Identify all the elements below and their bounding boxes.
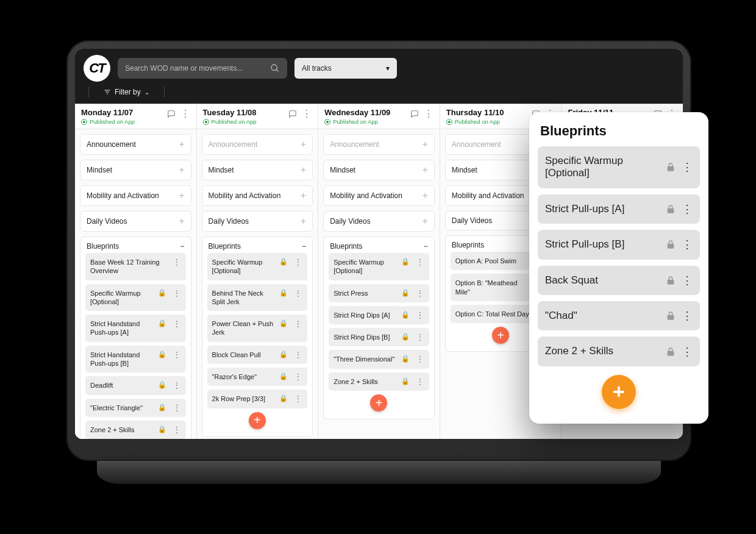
plus-icon[interactable]: + bbox=[301, 216, 306, 226]
blueprint-card[interactable]: Zone 2 + Skills🔒⋮ bbox=[85, 421, 186, 439]
section-mindset[interactable]: Mindset+ bbox=[80, 160, 191, 180]
blueprint-card[interactable]: Strict Ring Dips [A]🔒⋮ bbox=[329, 306, 429, 324]
section-mobility[interactable]: Mobility and Activation+ bbox=[323, 185, 435, 206]
panel-add-button[interactable]: + bbox=[602, 375, 636, 409]
blueprint-card[interactable]: Strict Press🔒⋮ bbox=[329, 284, 429, 302]
minus-icon[interactable]: − bbox=[424, 242, 428, 251]
comment-icon[interactable] bbox=[167, 110, 176, 118]
status-dot-icon bbox=[81, 119, 87, 125]
comment-icon[interactable] bbox=[288, 110, 297, 118]
blueprint-card[interactable]: Behind The Neck Split Jerk🔒⋮ bbox=[207, 284, 308, 312]
blueprint-card[interactable]: Strict Ring Dips [B]🔒⋮ bbox=[329, 328, 429, 346]
blueprint-card[interactable]: Strict Handstand Push-ups [A]🔒⋮ bbox=[85, 315, 186, 342]
more-icon[interactable]: ⋮ bbox=[413, 311, 424, 319]
more-icon[interactable]: ⋮ bbox=[291, 372, 302, 381]
section-daily-videos[interactable]: Daily Videos+ bbox=[80, 211, 191, 232]
blueprint-card[interactable]: Block Clean Pull🔒⋮ bbox=[207, 346, 308, 364]
lock-icon bbox=[666, 276, 676, 285]
blueprint-card[interactable]: Zone 2 + Skills🔒⋮ bbox=[329, 372, 429, 391]
more-icon[interactable]: ⋮ bbox=[170, 289, 181, 297]
filter-icon bbox=[104, 88, 111, 96]
more-icon[interactable]: ⋮ bbox=[682, 310, 693, 321]
more-icon[interactable]: ⋮ bbox=[291, 258, 302, 266]
section-mobility[interactable]: Mobility and Activation+ bbox=[202, 185, 313, 206]
more-icon[interactable]: ⋮ bbox=[291, 289, 302, 297]
blueprint-card[interactable]: "Razor's Edge"🔒⋮ bbox=[207, 368, 308, 386]
more-icon[interactable]: ⋮ bbox=[170, 404, 181, 412]
section-announcement[interactable]: Announcement+ bbox=[323, 134, 435, 155]
blueprint-card[interactable]: 2k Row Prep [3/3]🔒⋮ bbox=[207, 390, 308, 408]
plus-icon[interactable]: + bbox=[422, 191, 427, 201]
blueprint-card[interactable]: Specific Warmup [Optional]🔒⋮ bbox=[85, 284, 186, 312]
more-icon[interactable]: ⋮ bbox=[682, 204, 693, 215]
more-icon[interactable]: ⋮ bbox=[682, 239, 693, 250]
blueprint-card[interactable]: "Three Dimensional"🔒⋮ bbox=[329, 350, 429, 368]
section-mindset[interactable]: Mindset+ bbox=[323, 160, 435, 180]
plus-icon[interactable]: + bbox=[422, 140, 427, 149]
section-daily-videos[interactable]: Daily Videos+ bbox=[323, 211, 435, 232]
search-input[interactable] bbox=[125, 64, 270, 73]
tracks-dropdown[interactable]: All tracks ▾ bbox=[294, 58, 397, 79]
blueprint-card[interactable]: Deadlift🔒⋮ bbox=[85, 376, 186, 394]
blueprint-card[interactable]: Base Week 12 Training Overview⋮ bbox=[85, 253, 186, 280]
comment-icon[interactable] bbox=[410, 110, 419, 118]
more-icon[interactable]: ⋮ bbox=[413, 289, 424, 297]
minus-icon[interactable]: − bbox=[302, 242, 306, 251]
status-text: Published on App bbox=[212, 118, 257, 125]
more-icon[interactable]: ⋮ bbox=[180, 108, 190, 119]
plus-icon[interactable]: + bbox=[179, 165, 184, 175]
plus-icon[interactable]: + bbox=[301, 165, 306, 175]
panel-blueprint-card[interactable]: Back Squat⋮ bbox=[538, 266, 700, 295]
section-announcement[interactable]: Announcement+ bbox=[202, 134, 313, 155]
search-field[interactable] bbox=[118, 58, 287, 79]
divider bbox=[88, 87, 89, 98]
plus-icon[interactable]: + bbox=[179, 140, 184, 149]
section-announcement[interactable]: Announcement+ bbox=[80, 134, 191, 155]
more-icon[interactable]: ⋮ bbox=[170, 351, 181, 359]
more-icon[interactable]: ⋮ bbox=[170, 381, 181, 390]
more-icon[interactable]: ⋮ bbox=[682, 346, 693, 357]
more-icon[interactable]: ⋮ bbox=[170, 425, 181, 434]
filter-button[interactable]: Filter by ⌄ bbox=[98, 85, 155, 99]
more-icon[interactable]: ⋮ bbox=[413, 355, 424, 363]
more-icon[interactable]: ⋮ bbox=[413, 333, 424, 341]
more-icon[interactable]: ⋮ bbox=[291, 394, 302, 403]
panel-blueprint-card[interactable]: Specific Warmup [Optional]⋮ bbox=[538, 146, 700, 188]
more-icon[interactable]: ⋮ bbox=[302, 108, 312, 119]
panel-blueprint-card[interactable]: Zone 2 + Skills⋮ bbox=[538, 336, 700, 366]
section-label: Mobility and Activation bbox=[87, 191, 159, 200]
more-icon[interactable]: ⋮ bbox=[682, 162, 693, 173]
minus-icon[interactable]: − bbox=[180, 242, 185, 251]
add-blueprint-button[interactable]: + bbox=[492, 327, 509, 344]
section-mobility[interactable]: Mobility and Activation+ bbox=[80, 185, 191, 206]
more-icon[interactable]: ⋮ bbox=[413, 258, 424, 266]
more-icon[interactable]: ⋮ bbox=[170, 258, 181, 266]
plus-icon[interactable]: + bbox=[179, 191, 184, 201]
plus-icon[interactable]: + bbox=[301, 140, 306, 149]
more-icon[interactable]: ⋮ bbox=[413, 377, 424, 386]
section-daily-videos[interactable]: Daily Videos+ bbox=[202, 211, 313, 232]
blueprint-card[interactable]: Power Clean + Push Jerk🔒⋮ bbox=[207, 315, 308, 342]
more-icon[interactable]: ⋮ bbox=[682, 275, 693, 286]
section-mindset[interactable]: Mindset+ bbox=[202, 160, 313, 180]
plus-icon[interactable]: + bbox=[422, 216, 427, 226]
panel-blueprint-card[interactable]: "Chad"⋮ bbox=[538, 301, 700, 330]
panel-blueprint-card[interactable]: Strict Pull-ups [A]⋮ bbox=[538, 194, 700, 224]
blueprint-card[interactable]: Strict Handstand Push-ups [B]🔒⋮ bbox=[85, 346, 186, 373]
plus-icon[interactable]: + bbox=[301, 191, 306, 201]
blueprint-card[interactable]: Specific Warmup [Optional]🔒⋮ bbox=[207, 253, 308, 280]
blueprint-card[interactable]: Specific Warmup [Optional]🔒⋮ bbox=[329, 253, 429, 280]
svg-point-0 bbox=[271, 65, 277, 70]
more-icon[interactable]: ⋮ bbox=[170, 319, 181, 328]
blueprint-card[interactable]: "Electric Triangle"🔒⋮ bbox=[85, 399, 186, 417]
plus-icon[interactable]: + bbox=[422, 165, 427, 175]
card-label: Zone 2 + Skills bbox=[545, 345, 660, 357]
plus-icon[interactable]: + bbox=[179, 216, 184, 226]
more-icon[interactable]: ⋮ bbox=[291, 319, 302, 328]
add-blueprint-button[interactable]: + bbox=[249, 412, 266, 429]
add-blueprint-button[interactable]: + bbox=[370, 394, 387, 411]
more-icon[interactable]: ⋮ bbox=[291, 351, 302, 359]
more-icon[interactable]: ⋮ bbox=[424, 108, 433, 119]
panel-blueprint-card[interactable]: Strict Pull-ups [B]⋮ bbox=[538, 230, 700, 259]
lock-icon: 🔒 bbox=[279, 258, 288, 266]
